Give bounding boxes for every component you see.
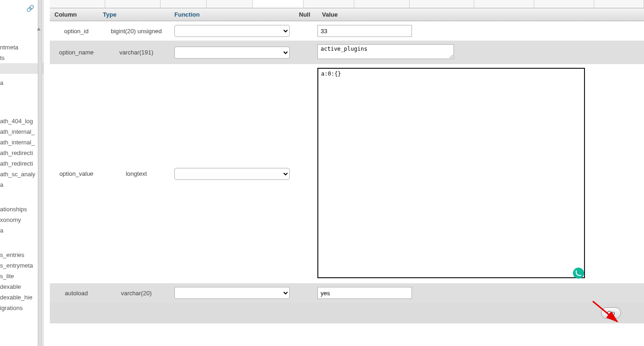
main-panel: Column Type Function Null Value option_i… <box>50 0 644 346</box>
tab[interactable] <box>304 0 354 8</box>
header-value: Value <box>317 11 644 18</box>
sidebar-item[interactable]: ntmeta <box>0 42 43 53</box>
function-select[interactable] <box>174 168 290 180</box>
header-null: Null <box>294 11 317 18</box>
col-type: bigint(20) unsigned <box>98 28 170 35</box>
submit-row: Go <box>50 303 644 323</box>
tab[interactable] <box>534 0 594 8</box>
sidebar-item[interactable]: s_entries <box>0 250 43 260</box>
column-headers: Column Type Function Null Value <box>50 8 644 21</box>
sidebar-item[interactable]: igrations <box>0 303 43 313</box>
sidebar-table-list: ntmeta ts a ath_404_log ath_internal_ at… <box>0 14 43 313</box>
tab[interactable] <box>354 0 410 8</box>
tab[interactable] <box>50 0 105 8</box>
sidebar-item[interactable]: ath_sc_analy <box>0 169 43 179</box>
tab-active[interactable] <box>253 0 304 8</box>
go-button[interactable]: Go <box>601 307 621 319</box>
tab-bar <box>50 0 644 8</box>
row-option-value: option_value longtext <box>50 64 644 283</box>
header-function-link[interactable]: Function <box>174 11 200 18</box>
function-select[interactable] <box>174 25 290 37</box>
sidebar-item[interactable]: xonomy <box>0 215 43 225</box>
sidebar-item[interactable]: a <box>0 78 43 88</box>
tab[interactable] <box>594 0 644 8</box>
row-autoload: autoload varchar(20) <box>50 283 644 303</box>
sidebar-item[interactable]: ationships <box>0 204 43 215</box>
value-input-option-id[interactable] <box>317 25 412 37</box>
sidebar-item[interactable]: ath_internal_ <box>0 126 43 137</box>
sidebar-item[interactable]: ts <box>0 53 43 63</box>
sidebar-item[interactable]: a <box>0 179 43 190</box>
tab[interactable] <box>474 0 534 8</box>
status-indicator-icon <box>573 268 584 279</box>
sidebar-item[interactable] <box>0 63 43 74</box>
function-select[interactable] <box>174 47 290 59</box>
sidebar: 🔗 ntmeta ts a ath_404_log ath_internal_ … <box>0 0 44 346</box>
col-type: longtext <box>98 170 170 177</box>
link-icon[interactable]: 🔗 <box>0 0 43 14</box>
sidebar-item[interactable]: ath_internal_ <box>0 137 43 148</box>
sidebar-resize-handle[interactable] <box>38 0 42 346</box>
tab[interactable] <box>161 0 207 8</box>
col-name: option_name <box>50 49 98 56</box>
col-name: option_id <box>50 28 98 35</box>
col-name: option_value <box>50 170 98 177</box>
sidebar-item[interactable]: ath_redirecti <box>0 148 43 158</box>
sidebar-item[interactable]: dexable <box>0 281 43 292</box>
sidebar-item[interactable]: a <box>0 225 43 236</box>
tab[interactable] <box>207 0 253 8</box>
function-select[interactable] <box>174 287 290 299</box>
value-input-option-name[interactable] <box>317 44 454 59</box>
header-type-link[interactable]: Type <box>103 11 116 18</box>
sidebar-item[interactable]: dexable_hie <box>0 292 43 303</box>
sidebar-item[interactable]: s_lite <box>0 271 43 281</box>
row-option-id: option_id bigint(20) unsigned <box>50 21 644 41</box>
tab[interactable] <box>410 0 474 8</box>
value-input-autoload[interactable] <box>317 287 412 299</box>
tab[interactable] <box>105 0 161 8</box>
col-name: autoload <box>50 290 98 297</box>
sidebar-item[interactable]: ath_404_log <box>0 116 43 126</box>
header-column: Column <box>50 11 98 18</box>
value-textarea-option-value[interactable] <box>317 68 585 278</box>
sidebar-item[interactable]: s_entrymeta <box>0 260 43 271</box>
collapse-arrow-icon <box>37 28 41 30</box>
sidebar-item[interactable]: ath_redirecti <box>0 158 43 169</box>
col-type: varchar(191) <box>98 49 170 56</box>
col-type: varchar(20) <box>98 290 170 297</box>
row-option-name: option_name varchar(191) <box>50 41 644 64</box>
